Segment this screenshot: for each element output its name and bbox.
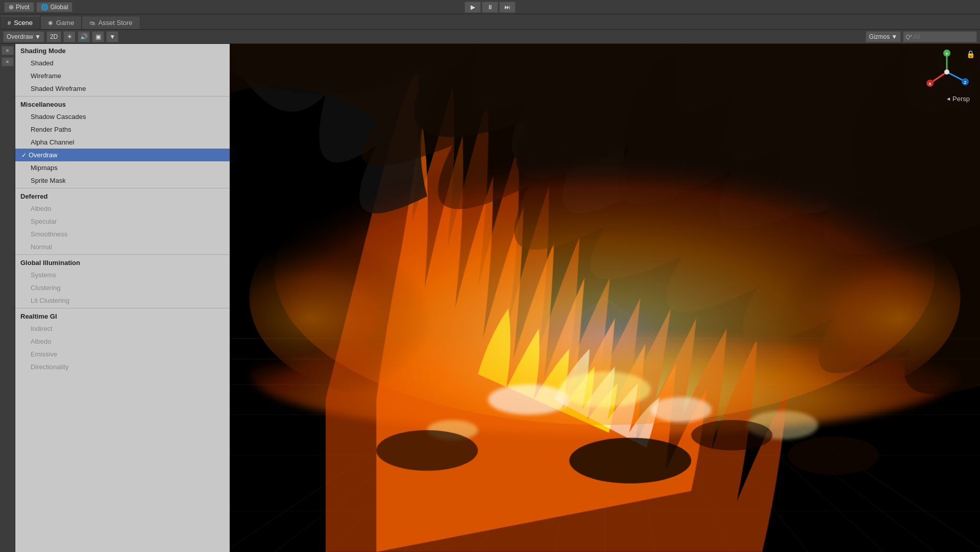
menu-item-overdraw[interactable]: ✓ Overdraw <box>15 149 230 161</box>
step-button[interactable]: ⏭ <box>499 2 516 13</box>
menu-item-smoothness[interactable]: Smoothness <box>15 228 230 241</box>
menu-item-clustering[interactable]: Clustering <box>15 281 230 294</box>
realtime-gi-header-text: Realtime GI <box>20 313 57 320</box>
menu-item-emissive[interactable]: Emissive <box>15 348 230 361</box>
menu-item-sprite-mask[interactable]: Sprite Mask <box>15 174 230 187</box>
menu-item-lit-clustering[interactable]: Lit Clustering <box>15 294 230 307</box>
alpha-channel-label: Alpha Channel <box>31 138 74 146</box>
global-label: Global <box>51 4 68 11</box>
effects-dropdown-chevron: ▼ <box>109 33 115 40</box>
gizmos-label: Gizmos <box>869 33 890 40</box>
menu-item-systems[interactable]: Systems <box>15 269 230 281</box>
svg-line-39 <box>947 72 964 81</box>
effects-dropdown-button[interactable]: ▼ <box>106 31 118 42</box>
wireframe-label: Wireframe <box>31 72 61 80</box>
clustering-label: Clustering <box>31 284 61 292</box>
svg-point-31 <box>788 436 879 475</box>
shading-mode-dropdown[interactable]: Overdraw ▼ <box>3 31 44 42</box>
game-tab-icon: ◉ <box>48 19 53 26</box>
divider-4 <box>15 308 230 308</box>
menu-item-indirect[interactable]: Indirect <box>15 322 230 335</box>
menu-item-mipmaps[interactable]: Mipmaps <box>15 161 230 174</box>
pivot-label: Pivot <box>16 4 30 11</box>
menu-item-albedo-gi[interactable]: Albedo <box>15 335 230 348</box>
effects-toggle-button[interactable]: ▣ <box>92 31 104 42</box>
menu-item-albedo[interactable]: Albedo <box>15 202 230 215</box>
shading-mode-header-text: Shading Mode <box>20 47 66 55</box>
menu-item-render-paths[interactable]: Render Paths <box>15 123 230 136</box>
divider-3 <box>15 254 230 255</box>
gizmos-chevron: ▼ <box>891 33 897 40</box>
svg-point-29 <box>376 430 478 471</box>
svg-text:X: X <box>928 82 932 86</box>
scene-tab-label: Scene <box>14 19 33 27</box>
top-bar: ⊕ Pivot 🌐 Global ▶ ⏸ ⏭ <box>0 0 980 14</box>
indirect-label: Indirect <box>31 325 53 332</box>
menu-item-directionality[interactable]: Directionality <box>15 361 230 373</box>
light-toggle-button[interactable]: ☀ <box>63 31 76 42</box>
section-header-deferred: Deferred <box>15 189 230 202</box>
shaded-wireframe-label: Shaded Wireframe <box>31 85 86 92</box>
strip-icon-2: ≡ <box>6 59 9 64</box>
svg-point-22 <box>250 197 554 400</box>
asset-store-tab-icon: 🛍 <box>89 20 95 26</box>
svg-point-32 <box>691 420 772 450</box>
scene-tab-icon: # <box>8 20 11 26</box>
lock-icon[interactable]: 🔒 <box>966 50 975 58</box>
tab-bar: # Scene ◉ Game 🛍 Asset Store <box>0 14 980 30</box>
menu-item-specular[interactable]: Specular <box>15 215 230 228</box>
strip-button-2[interactable]: ≡ <box>2 57 14 66</box>
gizmos-dropdown[interactable]: Gizmos ▼ <box>866 31 901 42</box>
svg-point-24 <box>488 385 569 415</box>
divider-2 <box>15 188 230 188</box>
emissive-label: Emissive <box>31 350 57 358</box>
global-button[interactable]: 🌐 Global <box>36 2 73 12</box>
svg-point-28 <box>559 372 650 407</box>
svg-point-25 <box>651 397 712 423</box>
mipmaps-label: Mipmaps <box>31 164 58 172</box>
section-header-realtime-gi: Realtime GI <box>15 309 230 322</box>
section-header-miscellaneous: Miscellaneous <box>15 98 230 110</box>
menu-item-shadow-cascades[interactable]: Shadow Cascades <box>15 110 230 123</box>
tab-scene[interactable]: # Scene <box>0 16 40 29</box>
section-header-shading-mode: Shading Mode <box>15 44 230 57</box>
left-strip: ≡ ≡ <box>0 44 15 552</box>
svg-text:Z: Z <box>964 80 967 85</box>
main-layout: ≡ ≡ Shading Mode Shaded Wireframe Shaded… <box>0 44 980 552</box>
directionality-label: Directionality <box>31 363 68 371</box>
audio-toggle-button[interactable]: 🔊 <box>78 31 90 42</box>
pivot-button[interactable]: ⊕ Pivot <box>4 2 34 12</box>
play-button[interactable]: ▶ <box>464 2 481 13</box>
scene-toolbar-right: Gizmos ▼ Q* <box>866 31 977 42</box>
menu-item-shaded-wireframe[interactable]: Shaded Wireframe <box>15 82 230 95</box>
shading-mode-chevron: ▼ <box>35 33 41 40</box>
svg-point-23 <box>656 197 961 400</box>
scene-viewport[interactable]: Y X Z 🔒 ◄ Persp <box>230 44 980 552</box>
overdraw-check-icon: ✓ <box>21 152 27 159</box>
divider-1 <box>15 96 230 97</box>
shaded-label: Shaded <box>31 59 54 67</box>
tab-game[interactable]: ◉ Game <box>40 16 82 29</box>
menu-item-normal[interactable]: Normal <box>15 241 230 253</box>
play-icon: ▶ <box>471 4 475 11</box>
pause-button[interactable]: ⏸ <box>482 2 498 13</box>
persp-chevron-icon: ◄ <box>946 96 951 102</box>
dropdown-menu: Shading Mode Shaded Wireframe Shaded Wir… <box>15 44 230 552</box>
menu-item-alpha-channel[interactable]: Alpha Channel <box>15 136 230 149</box>
deferred-header-text: Deferred <box>20 193 47 200</box>
shading-mode-label: Overdraw <box>7 33 33 40</box>
pause-icon: ⏸ <box>487 4 493 11</box>
fire-scene-svg <box>230 44 980 552</box>
menu-item-shaded[interactable]: Shaded <box>15 57 230 69</box>
normal-label: Normal <box>31 243 52 251</box>
gizmo-overlay: Y X Z <box>924 49 970 95</box>
2d-button[interactable]: 2D <box>46 31 61 42</box>
tab-asset-store[interactable]: 🛍 Asset Store <box>82 16 140 29</box>
search-input[interactable] <box>913 33 974 40</box>
menu-item-wireframe[interactable]: Wireframe <box>15 69 230 82</box>
light-icon: ☀ <box>67 33 72 40</box>
strip-button-1[interactable]: ≡ <box>2 46 14 55</box>
2d-label: 2D <box>50 33 58 40</box>
persp-label[interactable]: ◄ Persp <box>946 95 970 103</box>
pivot-icon: ⊕ <box>9 4 14 11</box>
